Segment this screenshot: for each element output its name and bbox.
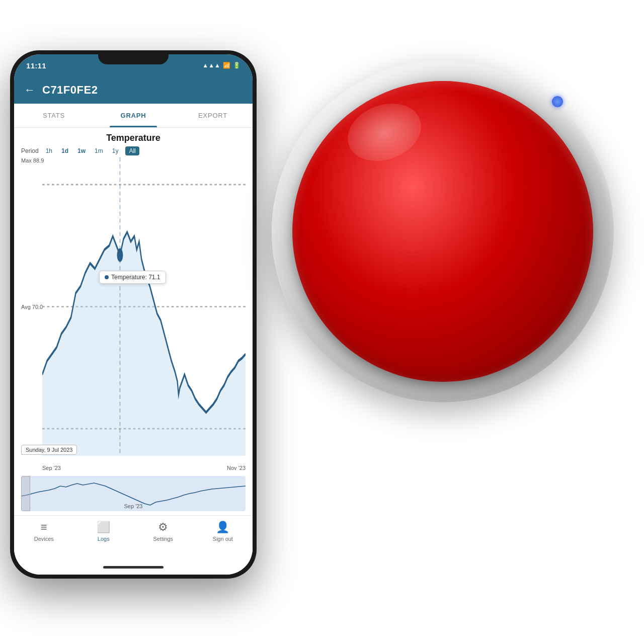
nav-logs[interactable]: ⬜ Logs (74, 521, 134, 542)
phone-screen: 11:11 ▲▲▲ 📶 🔋 ← C71F0FE2 STATS GRAPH (14, 54, 253, 575)
devices-label: Devices (34, 536, 54, 542)
tab-graph[interactable]: GRAPH (94, 104, 173, 127)
period-1y[interactable]: 1y (110, 146, 121, 155)
nav-header: ← C71F0FE2 (14, 76, 253, 104)
devices-icon: ≡ (41, 521, 47, 534)
period-1h[interactable]: 1h (44, 146, 54, 155)
chart-container: Max 88.9 Avg 70.0 Min 44.8 (14, 157, 253, 476)
tooltip: Temperature: 71.1 (99, 271, 166, 284)
settings-icon: ⚙ (158, 521, 168, 534)
mini-chart-label: Sep '23 (124, 503, 143, 509)
logs-icon: ⬜ (97, 521, 110, 534)
status-icons: ▲▲▲ 📶 🔋 (202, 62, 240, 69)
page-title: C71F0FE2 (42, 84, 98, 97)
graph-title: Temperature (14, 133, 253, 143)
nav-devices[interactable]: ≡ Devices (14, 521, 74, 542)
signout-icon: 👤 (216, 521, 229, 534)
phone-notch (98, 50, 169, 64)
nav-signout[interactable]: 👤 Sign out (193, 521, 253, 542)
sensor-device (272, 60, 614, 403)
date-label: Sunday, 9 Jul 2023 (21, 445, 77, 455)
home-indicator (14, 559, 253, 575)
period-all[interactable]: All (125, 146, 139, 155)
sensor-indicator-led (552, 96, 563, 107)
signal-icon: ▲▲▲ (202, 62, 220, 69)
sensor-outer-ring (272, 60, 614, 403)
mini-chart-handle[interactable] (21, 476, 30, 511)
period-row: Period 1h 1d 1w 1m 1y All (14, 146, 253, 155)
tab-bar: STATS GRAPH EXPORT (14, 104, 253, 128)
period-1m[interactable]: 1m (93, 146, 105, 155)
max-label: Max 88.9 (21, 157, 44, 164)
signout-label: Sign out (213, 536, 233, 542)
wifi-icon: 📶 (223, 62, 230, 69)
period-1w[interactable]: 1w (75, 146, 88, 155)
chart-svg: Temperature: 71.1 (42, 157, 246, 456)
tab-export[interactable]: EXPORT (173, 104, 253, 127)
tab-stats[interactable]: STATS (14, 104, 94, 127)
phone: 11:11 ▲▲▲ 📶 🔋 ← C71F0FE2 STATS GRAPH (10, 50, 257, 579)
graph-area: Temperature Period 1h 1d 1w 1m 1y All Ma… (14, 128, 253, 515)
x-axis-labels: Sep '23 Nov '23 (42, 465, 246, 471)
tooltip-text: Temperature: 71.1 (111, 274, 160, 281)
status-time: 11:11 (26, 61, 46, 70)
settings-label: Settings (153, 536, 173, 542)
home-bar (103, 566, 164, 569)
bottom-nav: ≡ Devices ⬜ Logs ⚙ Settings 👤 Sign out (14, 515, 253, 559)
sensor-button[interactable] (292, 81, 593, 382)
sensor-highlight (340, 94, 429, 170)
mini-chart[interactable]: Sep '23 (21, 476, 246, 511)
back-button[interactable]: ← (24, 84, 35, 97)
logs-label: Logs (98, 536, 110, 542)
period-1d[interactable]: 1d (59, 146, 70, 155)
period-label: Period (21, 147, 39, 154)
chart-labels: Max 88.9 Avg 70.0 Min 44.8 (21, 157, 44, 456)
battery-icon: 🔋 (233, 62, 240, 69)
tooltip-dot (105, 275, 109, 279)
x-label-1: Sep '23 (42, 465, 61, 471)
scene: 11:11 ▲▲▲ 📶 🔋 ← C71F0FE2 STATS GRAPH (0, 0, 644, 644)
svg-point-4 (117, 249, 123, 262)
x-label-2: Nov '23 (227, 465, 246, 471)
avg-label: Avg 70.0 (21, 304, 44, 310)
nav-settings[interactable]: ⚙ Settings (133, 521, 193, 542)
